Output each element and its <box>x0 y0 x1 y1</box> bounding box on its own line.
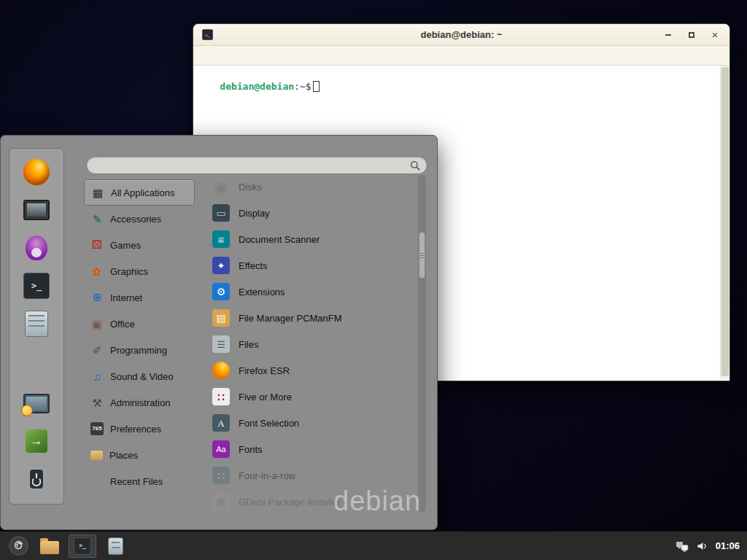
application-item[interactable]: A Font Selection <box>208 410 418 436</box>
category-item[interactable]: ▦ All Applications <box>84 179 195 206</box>
application-label: GDebi Package Installer <box>239 497 341 508</box>
logout-button[interactable] <box>18 425 55 457</box>
photos-icon <box>23 200 50 220</box>
menubar-item[interactable] <box>266 53 279 58</box>
category-item[interactable]: ♫ Sound & Video <box>84 363 195 389</box>
maximize-button[interactable] <box>686 29 697 41</box>
menubar-item[interactable] <box>252 53 266 58</box>
favorite-files[interactable] <box>18 308 55 340</box>
category-label: All Applications <box>111 187 174 198</box>
application-item[interactable]: ⚙ Extensions <box>208 279 418 305</box>
application-item[interactable]: ∷ Four-in-a-row <box>208 462 418 489</box>
application-icon: ▤ <box>212 309 230 327</box>
network-icon[interactable] <box>676 540 689 552</box>
prompt-path: ~ <box>300 81 306 92</box>
maximize-icon <box>689 32 694 38</box>
application-icon <box>212 362 230 379</box>
minimize-icon <box>665 34 671 36</box>
debian-watermark: debian <box>333 486 421 517</box>
system-tray: 01:06 <box>676 540 741 552</box>
category-item[interactable]: ✿ Graphics <box>84 258 195 284</box>
lock-screen-button[interactable] <box>18 387 55 419</box>
category-icon <box>90 451 103 460</box>
category-icon <box>90 475 104 488</box>
taskbar-terminal[interactable] <box>69 534 96 558</box>
category-item[interactable]: ✎ Accessories <box>84 206 195 232</box>
taskbar-file-manager[interactable] <box>36 534 63 558</box>
application-item[interactable]: ☰ Files <box>208 331 418 357</box>
application-item[interactable]: ▤ File Manager PCManFM <box>208 305 418 331</box>
shutdown-button[interactable] <box>18 463 55 495</box>
category-label: Graphics <box>110 266 148 277</box>
taskbar-files[interactable] <box>101 534 129 558</box>
category-icon: ▣ <box>90 317 104 330</box>
category-item[interactable]: ⚒ Administration <box>84 389 195 416</box>
close-button[interactable]: × <box>709 29 721 41</box>
favorite-terminal[interactable] <box>18 270 55 302</box>
minimize-button[interactable] <box>662 29 674 41</box>
menubar-item[interactable] <box>225 53 238 58</box>
application-item[interactable]: ▭ Display <box>208 200 418 226</box>
clock[interactable]: 01:06 <box>716 540 740 551</box>
application-icon: ≡ <box>212 230 230 248</box>
category-icon: ⚄ <box>90 238 104 252</box>
firefox-icon <box>23 159 50 185</box>
application-icon: ☰ <box>212 335 230 353</box>
terminal-titlebar[interactable]: debian@debian: ~ × <box>193 24 729 46</box>
shutdown-icon <box>28 468 44 490</box>
favorite-photos[interactable] <box>18 194 55 226</box>
application-label: Files <box>239 339 258 350</box>
category-item[interactable]: ⊕ Internet <box>84 284 195 311</box>
volume-icon[interactable] <box>696 540 708 552</box>
menu-scrollbar[interactable] <box>418 175 426 512</box>
menu-button[interactable] <box>6 534 31 559</box>
menubar-item[interactable] <box>197 53 210 58</box>
menubar-item[interactable] <box>211 53 224 58</box>
application-icon: ⚙ <box>212 283 230 300</box>
category-icon: 765 <box>90 422 104 435</box>
application-icon: Aa <box>212 440 230 458</box>
application-item[interactable]: ✦ Effects <box>208 252 418 279</box>
category-item[interactable]: 765 Preferences <box>84 416 195 442</box>
lock-screen-icon <box>23 394 50 413</box>
application-item[interactable]: ≡ Document Scanner <box>208 226 418 252</box>
terminal-menubar <box>193 46 729 66</box>
category-icon: ⚒ <box>90 396 104 409</box>
category-item[interactable]: Recent Files <box>84 468 195 494</box>
application-label: Disks <box>239 182 262 192</box>
category-label: Sound & Video <box>110 371 174 382</box>
application-label: Five or More <box>239 392 292 402</box>
application-list: ◉ Disks ▭ Display ≡ Document Scanner ✦ E… <box>208 174 418 515</box>
bottom-panel: 01:06 <box>0 531 747 560</box>
application-label: Fonts <box>239 444 263 455</box>
logout-icon <box>26 429 47 453</box>
category-item[interactable]: ▣ Office <box>84 311 195 337</box>
category-label: Accessories <box>110 214 161 225</box>
application-icon: A <box>212 414 230 432</box>
favorite-messenger[interactable] <box>18 232 55 264</box>
menu-scrollbar-thumb[interactable] <box>419 232 425 279</box>
category-icon: ⊕ <box>90 291 104 304</box>
category-item[interactable]: ⚄ Games <box>84 232 195 258</box>
menubar-item[interactable] <box>239 53 252 58</box>
category-label: Places <box>109 450 138 461</box>
application-label: Display <box>239 208 270 219</box>
terminal-scrollbar-thumb[interactable] <box>721 67 729 376</box>
application-item[interactable]: Aa Fonts <box>208 436 418 462</box>
application-item[interactable]: Firefox ESR <box>208 357 418 384</box>
application-icon: ∷ <box>212 467 230 484</box>
category-icon: ✎ <box>90 212 104 225</box>
category-icon: ✿ <box>90 265 104 278</box>
application-label: Firefox ESR <box>239 365 290 376</box>
terminal-scrollbar[interactable] <box>720 66 729 379</box>
application-item[interactable]: ◉ Disks <box>208 174 418 200</box>
application-label: Effects <box>239 260 268 271</box>
category-label: Administration <box>110 397 170 408</box>
favorite-firefox[interactable] <box>18 156 55 188</box>
application-item[interactable]: ∷ Five or More <box>208 384 418 410</box>
category-label: Games <box>110 240 141 251</box>
category-item[interactable]: ✐ Programming <box>84 337 195 363</box>
search-input[interactable] <box>93 159 410 171</box>
application-icon: ∷ <box>212 388 230 405</box>
category-item[interactable]: Places <box>84 442 195 468</box>
